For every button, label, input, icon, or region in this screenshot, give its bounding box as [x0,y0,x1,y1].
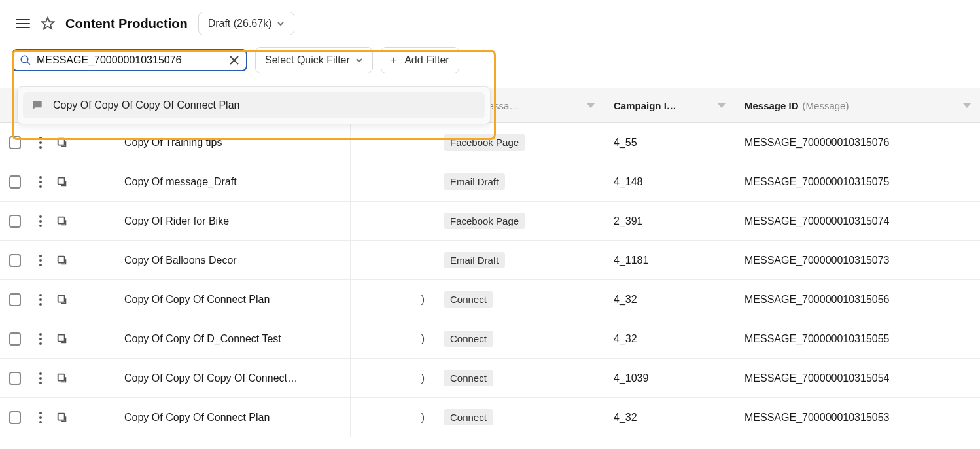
type-badge: Connect [444,291,493,308]
row-menu-icon[interactable] [39,333,42,345]
row-extra-cell [351,162,434,201]
row-checkbox-cell [0,241,30,279]
row-message-id-cell: MESSAGE_700000010315053 [735,398,980,437]
row-checkbox-cell [0,319,30,358]
add-filter-button[interactable]: + Add Filter [381,47,459,73]
row-checkbox[interactable] [9,411,21,424]
row-checkbox[interactable] [9,254,21,267]
table-row[interactable]: Copy Of Rider for Bike Facebook Page 2_3… [0,202,980,241]
row-name-cell: Copy Of Copy Of Connect Plan [115,280,351,319]
type-badge: Connect [444,370,493,386]
search-box[interactable] [12,49,247,71]
table-row[interactable]: Copy Of Copy Of D_Connect Test ) Connect… [0,319,980,359]
expand-icon[interactable] [56,255,68,266]
message-icon [31,99,44,112]
expand-icon[interactable] [56,372,68,384]
row-checkbox-cell [0,359,30,397]
app-header: Content Production Draft (26.67k) [0,0,980,47]
svg-rect-15 [58,413,65,420]
chevron-down-icon [355,56,363,64]
draft-dropdown[interactable]: Draft (26.67k) [198,12,295,35]
plus-icon: + [391,54,396,66]
row-campaign-cell: 4_32 [604,319,735,358]
row-message-id-cell: MESSAGE_700000010315074 [735,202,980,240]
row-message-id-cell: MESSAGE_700000010315056 [735,280,980,319]
row-checkbox-cell [0,280,30,319]
row-campaign-cell: 4_1181 [604,241,735,279]
row-message-id-cell: MESSAGE_700000010315073 [735,241,980,279]
chevron-down-icon [277,20,285,27]
row-checkbox[interactable] [9,136,21,149]
row-checkbox[interactable] [9,215,21,228]
row-menu-icon[interactable] [39,294,42,306]
svg-point-6 [37,104,38,105]
svg-point-7 [39,104,40,105]
suggestion-text: Copy Of Copy Of Copy Of Connect Plan [53,99,239,111]
table-row[interactable]: Copy Of Training tips Facebook Page 4_55… [0,123,980,162]
expand-icon[interactable] [56,176,68,188]
expand-icon[interactable] [56,294,68,306]
row-checkbox[interactable] [9,332,21,346]
row-extra-cell [351,202,434,240]
row-actions-cell [30,202,115,240]
menu-icon[interactable] [16,19,30,28]
row-checkbox[interactable] [9,293,21,306]
row-extra-cell: ) [351,398,434,437]
row-message-id-cell: MESSAGE_700000010315075 [735,162,980,201]
quick-filter-dropdown[interactable]: Select Quick Filter [255,47,373,73]
row-checkbox[interactable] [9,372,21,385]
clear-search-icon[interactable] [229,55,239,65]
favorite-star-icon[interactable] [41,16,55,31]
row-name-cell: Copy Of Rider for Bike [115,202,351,240]
row-checkbox[interactable] [9,175,21,189]
table-row[interactable]: Copy Of message_Draft Email Draft 4_148 … [0,162,980,202]
svg-rect-8 [58,138,65,145]
row-checkbox-cell [0,162,30,201]
table-row[interactable]: Copy Of Copy Of Connect Plan ) Connect 4… [0,280,980,319]
row-menu-icon[interactable] [39,176,42,188]
expand-icon[interactable] [56,412,68,423]
table-row[interactable]: Copy Of Balloons Decor Email Draft 4_118… [0,241,980,280]
row-extra-cell [351,241,434,279]
row-name-cell: Copy Of Training tips [115,123,351,162]
row-actions-cell [30,162,115,201]
row-name: Copy Of Rider for Bike [124,215,229,227]
row-campaign-cell: 4_32 [604,398,735,437]
row-actions-cell [30,398,115,437]
suggestion-item[interactable]: Copy Of Copy Of Copy Of Connect Plan [23,92,485,118]
sort-icon [718,103,726,108]
row-type-cell: Email Draft [434,162,604,201]
row-name: Copy Of Balloons Decor [124,255,237,266]
row-actions-cell [30,123,115,162]
search-input[interactable] [37,54,224,66]
row-name: Copy Of message_Draft [124,176,237,188]
row-name-cell: Copy Of Copy Of D_Connect Test [115,319,351,358]
row-menu-icon[interactable] [39,137,42,149]
row-menu-icon[interactable] [39,215,42,227]
expand-icon[interactable] [56,333,68,345]
expand-icon[interactable] [56,137,68,149]
table-row[interactable]: Copy Of Copy Of Connect Plan ) Connect 4… [0,398,980,437]
row-name: Copy Of Training tips [124,137,222,149]
expand-icon[interactable] [56,215,68,227]
row-actions-cell [30,241,115,279]
column-header-campaign[interactable]: Campaign I… [604,88,735,122]
svg-rect-10 [58,217,65,223]
svg-rect-12 [58,295,65,302]
row-menu-icon[interactable] [39,412,42,423]
svg-line-2 [27,62,30,65]
row-name-cell: Copy Of Balloons Decor [115,241,351,279]
type-badge: Facebook Page [444,213,525,229]
row-campaign-cell: 2_391 [604,202,735,240]
row-message-id-cell: MESSAGE_700000010315055 [735,319,980,358]
row-menu-icon[interactable] [39,255,42,266]
table-row[interactable]: Copy Of Copy Of Copy Of Connect… ) Conne… [0,359,980,398]
row-campaign-cell: 4_55 [604,123,735,162]
search-icon [20,54,31,66]
row-name: Copy Of Copy Of D_Connect Test [124,333,281,345]
column-header-message-id[interactable]: Message ID (Message) [735,88,980,122]
type-badge: Email Draft [444,173,505,190]
svg-point-5 [35,104,37,105]
row-name-cell: Copy Of Copy Of Connect Plan [115,398,351,437]
row-menu-icon[interactable] [39,372,42,384]
